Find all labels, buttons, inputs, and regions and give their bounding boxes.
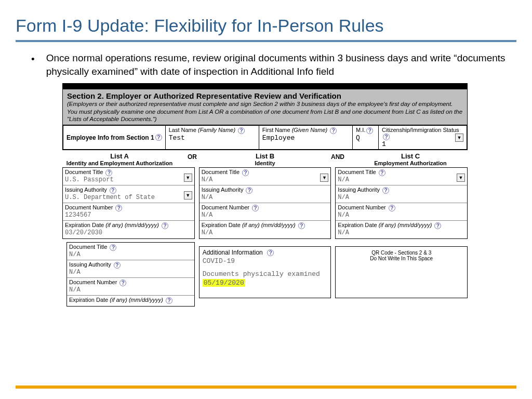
- list-columns: Document Title ?▼ U.S. Passport Issuing …: [62, 167, 468, 307]
- chevron-down-icon[interactable]: ▼: [184, 174, 192, 182]
- list-a2-doc-title: N/A: [69, 251, 192, 258]
- help-icon[interactable]: ?: [252, 205, 259, 211]
- help-icon[interactable]: ?: [110, 187, 116, 194]
- qr-code-box: QR Code - Sections 2 & 3 Do Not Write In…: [335, 246, 468, 298]
- section2-instructions: (Employers or their authorized represent…: [67, 100, 463, 123]
- help-icon[interactable]: ?: [246, 187, 252, 194]
- citizenship-value: 1: [382, 140, 463, 148]
- first-name-cell: First Name (Given Name) ? Employee: [259, 126, 352, 149]
- last-name-value: Test: [169, 134, 256, 142]
- slide-title: Form I-9 Update: Flexibility for In-Pers…: [0, 0, 532, 40]
- help-icon[interactable]: ?: [366, 127, 373, 134]
- additional-info-box: Additional Information ? COVID-19 Docume…: [199, 246, 331, 298]
- chevron-down-icon[interactable]: ▼: [184, 191, 192, 200]
- list-b-issuing-auth: N/A: [202, 194, 329, 201]
- list-a1-issuing-auth: U.S. Department of State: [65, 194, 192, 201]
- list-b-exp-date: N/A: [202, 229, 329, 236]
- list-a1-doc-number: 1234567: [65, 211, 192, 219]
- list-b-doc-number: N/A: [202, 211, 329, 219]
- bullet-dot-icon: •: [31, 52, 35, 66]
- help-icon[interactable]: ?: [434, 222, 441, 229]
- list-a1-doc-title: U.S. Passport: [65, 176, 192, 183]
- help-icon[interactable]: ?: [115, 205, 122, 211]
- help-icon[interactable]: ?: [119, 280, 126, 286]
- last-name-cell: Last Name (Family Name) ? Test: [165, 126, 259, 149]
- help-icon[interactable]: ?: [114, 262, 121, 269]
- help-icon[interactable]: ?: [166, 297, 172, 304]
- list-c-block: Document Title ?▼ N/A Issuing Authority …: [335, 167, 468, 239]
- list-c-doc-title: N/A: [338, 176, 465, 183]
- help-icon[interactable]: ?: [110, 244, 116, 251]
- or-label: OR: [177, 152, 208, 166]
- additional-info-line2: Documents physically examined: [203, 270, 328, 278]
- mi-cell: M.I.? Q: [352, 126, 378, 149]
- help-icon[interactable]: ?: [155, 134, 162, 141]
- help-icon[interactable]: ?: [238, 127, 245, 134]
- list-a2-doc-number: N/A: [69, 286, 192, 294]
- list-a1-exp-date: 03/20/2030: [65, 229, 192, 236]
- qr-line2: Do Not Write In This Space: [339, 256, 464, 261]
- help-icon[interactable]: ?: [162, 222, 168, 229]
- list-c-issuing-auth: N/A: [338, 194, 465, 201]
- chevron-down-icon[interactable]: ▼: [457, 174, 465, 182]
- help-icon[interactable]: ?: [242, 169, 249, 176]
- footer-bar: [16, 385, 516, 389]
- chevron-down-icon[interactable]: ▼: [455, 134, 463, 142]
- section2-header: Section 2. Employer or Authorized Repres…: [62, 89, 468, 125]
- help-icon[interactable]: ?: [267, 249, 274, 256]
- title-underline: [16, 40, 516, 42]
- list-b-doc-title: N/A: [202, 176, 329, 183]
- list-b-block: Document Title ?▼ N/A Issuing Authority …: [199, 167, 331, 239]
- and-label: AND: [322, 152, 353, 166]
- bullet-block: • Once normal operations resume, review …: [0, 51, 532, 78]
- list-a-block2: Document Title ? N/A Issuing Authority ?…: [66, 242, 195, 307]
- help-icon[interactable]: ?: [330, 127, 337, 134]
- first-name-value: Employee: [262, 134, 349, 142]
- help-icon[interactable]: ?: [105, 169, 112, 176]
- qr-line1: QR Code - Sections 2 & 3: [339, 250, 464, 256]
- black-bar: [62, 83, 468, 89]
- list-c-doc-number: N/A: [338, 211, 465, 219]
- bullet-text: Once normal operations resume, review or…: [46, 51, 511, 78]
- list-headers: List A Identity and Employment Authoriza…: [62, 150, 468, 167]
- employee-info-row: Employee Info from Section 1 ? Last Name…: [62, 125, 468, 150]
- additional-info-line1: COVID-19: [203, 257, 328, 265]
- employee-info-lead: Employee Info from Section 1 ?: [63, 126, 165, 149]
- citizenship-cell: Citizenship/Immigration Status?▼ 1: [378, 126, 467, 149]
- list-a-block1: Document Title ?▼ U.S. Passport Issuing …: [62, 167, 195, 239]
- form-i9-screenshot: Section 2. Employer or Authorized Repres…: [62, 83, 468, 307]
- help-icon[interactable]: ?: [379, 169, 385, 176]
- mi-value: Q: [356, 134, 375, 142]
- additional-info-date-highlight: 05/19/2020: [203, 279, 245, 287]
- help-icon[interactable]: ?: [383, 134, 390, 140]
- list-a2-issuing-auth: N/A: [69, 269, 192, 276]
- list-a-heading: List A: [62, 152, 177, 160]
- list-c-sub: Employment Authorization: [353, 160, 468, 166]
- list-c-exp-date: N/A: [338, 229, 465, 236]
- list-c-heading: List C: [353, 152, 468, 160]
- list-b-heading: List B: [208, 152, 322, 160]
- section2-title: Section 2. Employer or Authorized Repres…: [67, 91, 463, 100]
- chevron-down-icon[interactable]: ▼: [320, 174, 328, 182]
- list-a-sub: Identity and Employment Authorization: [62, 160, 177, 166]
- list-b-sub: Identity: [208, 160, 322, 166]
- help-icon[interactable]: ?: [298, 222, 305, 229]
- help-icon[interactable]: ?: [382, 187, 389, 194]
- help-icon[interactable]: ?: [389, 205, 395, 211]
